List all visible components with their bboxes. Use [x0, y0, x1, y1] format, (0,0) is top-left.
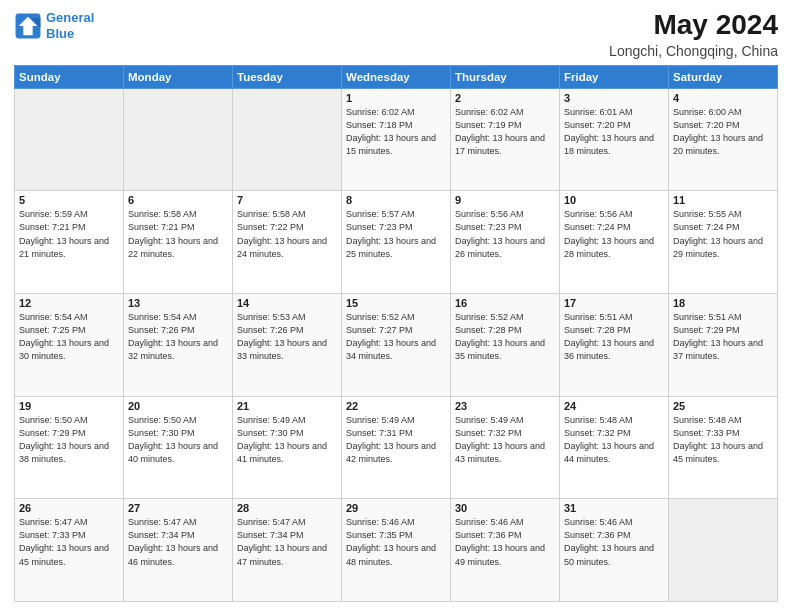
calendar-cell: 11Sunrise: 5:55 AM Sunset: 7:24 PM Dayli… [669, 191, 778, 294]
day-info: Sunrise: 5:50 AM Sunset: 7:29 PM Dayligh… [19, 414, 119, 466]
calendar-cell: 10Sunrise: 5:56 AM Sunset: 7:24 PM Dayli… [560, 191, 669, 294]
day-number: 21 [237, 400, 337, 412]
calendar-cell: 28Sunrise: 5:47 AM Sunset: 7:34 PM Dayli… [233, 499, 342, 602]
calendar-cell: 22Sunrise: 5:49 AM Sunset: 7:31 PM Dayli… [342, 396, 451, 499]
day-info: Sunrise: 5:49 AM Sunset: 7:31 PM Dayligh… [346, 414, 446, 466]
calendar-cell: 24Sunrise: 5:48 AM Sunset: 7:32 PM Dayli… [560, 396, 669, 499]
day-info: Sunrise: 6:02 AM Sunset: 7:19 PM Dayligh… [455, 106, 555, 158]
day-number: 18 [673, 297, 773, 309]
calendar-cell [669, 499, 778, 602]
calendar-cell: 20Sunrise: 5:50 AM Sunset: 7:30 PM Dayli… [124, 396, 233, 499]
day-number: 8 [346, 194, 446, 206]
calendar-cell: 2Sunrise: 6:02 AM Sunset: 7:19 PM Daylig… [451, 88, 560, 191]
day-number: 23 [455, 400, 555, 412]
day-number: 29 [346, 502, 446, 514]
day-number: 31 [564, 502, 664, 514]
calendar-cell: 8Sunrise: 5:57 AM Sunset: 7:23 PM Daylig… [342, 191, 451, 294]
day-number: 1 [346, 92, 446, 104]
day-info: Sunrise: 5:55 AM Sunset: 7:24 PM Dayligh… [673, 208, 773, 260]
calendar-cell [124, 88, 233, 191]
day-info: Sunrise: 5:59 AM Sunset: 7:21 PM Dayligh… [19, 208, 119, 260]
calendar-cell: 5Sunrise: 5:59 AM Sunset: 7:21 PM Daylig… [15, 191, 124, 294]
day-header-wednesday: Wednesday [342, 65, 451, 88]
day-info: Sunrise: 5:54 AM Sunset: 7:26 PM Dayligh… [128, 311, 228, 363]
day-info: Sunrise: 5:53 AM Sunset: 7:26 PM Dayligh… [237, 311, 337, 363]
day-info: Sunrise: 5:47 AM Sunset: 7:33 PM Dayligh… [19, 516, 119, 568]
day-header-thursday: Thursday [451, 65, 560, 88]
day-header-sunday: Sunday [15, 65, 124, 88]
day-number: 27 [128, 502, 228, 514]
day-number: 25 [673, 400, 773, 412]
calendar-cell: 19Sunrise: 5:50 AM Sunset: 7:29 PM Dayli… [15, 396, 124, 499]
day-number: 24 [564, 400, 664, 412]
day-info: Sunrise: 5:54 AM Sunset: 7:25 PM Dayligh… [19, 311, 119, 363]
day-info: Sunrise: 5:57 AM Sunset: 7:23 PM Dayligh… [346, 208, 446, 260]
calendar-table: SundayMondayTuesdayWednesdayThursdayFrid… [14, 65, 778, 602]
page: General Blue May 2024 Longchi, Chongqing… [0, 0, 792, 612]
calendar-cell: 1Sunrise: 6:02 AM Sunset: 7:18 PM Daylig… [342, 88, 451, 191]
calendar-week-5: 26Sunrise: 5:47 AM Sunset: 7:33 PM Dayli… [15, 499, 778, 602]
calendar-cell: 7Sunrise: 5:58 AM Sunset: 7:22 PM Daylig… [233, 191, 342, 294]
day-number: 12 [19, 297, 119, 309]
day-info: Sunrise: 6:02 AM Sunset: 7:18 PM Dayligh… [346, 106, 446, 158]
calendar-cell: 6Sunrise: 5:58 AM Sunset: 7:21 PM Daylig… [124, 191, 233, 294]
day-number: 9 [455, 194, 555, 206]
day-info: Sunrise: 5:46 AM Sunset: 7:36 PM Dayligh… [455, 516, 555, 568]
calendar-cell: 21Sunrise: 5:49 AM Sunset: 7:30 PM Dayli… [233, 396, 342, 499]
day-info: Sunrise: 5:56 AM Sunset: 7:24 PM Dayligh… [564, 208, 664, 260]
day-info: Sunrise: 5:46 AM Sunset: 7:36 PM Dayligh… [564, 516, 664, 568]
day-info: Sunrise: 6:00 AM Sunset: 7:20 PM Dayligh… [673, 106, 773, 158]
day-info: Sunrise: 5:56 AM Sunset: 7:23 PM Dayligh… [455, 208, 555, 260]
calendar-cell: 16Sunrise: 5:52 AM Sunset: 7:28 PM Dayli… [451, 294, 560, 397]
calendar-cell [233, 88, 342, 191]
day-info: Sunrise: 5:51 AM Sunset: 7:28 PM Dayligh… [564, 311, 664, 363]
day-info: Sunrise: 5:50 AM Sunset: 7:30 PM Dayligh… [128, 414, 228, 466]
day-number: 30 [455, 502, 555, 514]
header: General Blue May 2024 Longchi, Chongqing… [14, 10, 778, 59]
day-number: 10 [564, 194, 664, 206]
day-info: Sunrise: 5:49 AM Sunset: 7:32 PM Dayligh… [455, 414, 555, 466]
calendar-cell: 14Sunrise: 5:53 AM Sunset: 7:26 PM Dayli… [233, 294, 342, 397]
calendar-cell [15, 88, 124, 191]
day-info: Sunrise: 6:01 AM Sunset: 7:20 PM Dayligh… [564, 106, 664, 158]
day-info: Sunrise: 5:49 AM Sunset: 7:30 PM Dayligh… [237, 414, 337, 466]
main-title: May 2024 [609, 10, 778, 41]
day-number: 20 [128, 400, 228, 412]
day-info: Sunrise: 5:51 AM Sunset: 7:29 PM Dayligh… [673, 311, 773, 363]
day-info: Sunrise: 5:48 AM Sunset: 7:33 PM Dayligh… [673, 414, 773, 466]
calendar-cell: 18Sunrise: 5:51 AM Sunset: 7:29 PM Dayli… [669, 294, 778, 397]
day-number: 26 [19, 502, 119, 514]
calendar-cell: 29Sunrise: 5:46 AM Sunset: 7:35 PM Dayli… [342, 499, 451, 602]
calendar-cell: 17Sunrise: 5:51 AM Sunset: 7:28 PM Dayli… [560, 294, 669, 397]
day-number: 4 [673, 92, 773, 104]
day-number: 11 [673, 194, 773, 206]
calendar-week-2: 5Sunrise: 5:59 AM Sunset: 7:21 PM Daylig… [15, 191, 778, 294]
title-area: May 2024 Longchi, Chongqing, China [609, 10, 778, 59]
calendar-cell: 31Sunrise: 5:46 AM Sunset: 7:36 PM Dayli… [560, 499, 669, 602]
day-info: Sunrise: 5:52 AM Sunset: 7:27 PM Dayligh… [346, 311, 446, 363]
day-number: 28 [237, 502, 337, 514]
calendar-cell: 12Sunrise: 5:54 AM Sunset: 7:25 PM Dayli… [15, 294, 124, 397]
day-info: Sunrise: 5:58 AM Sunset: 7:22 PM Dayligh… [237, 208, 337, 260]
day-header-saturday: Saturday [669, 65, 778, 88]
day-number: 5 [19, 194, 119, 206]
day-number: 13 [128, 297, 228, 309]
day-info: Sunrise: 5:47 AM Sunset: 7:34 PM Dayligh… [237, 516, 337, 568]
day-header-friday: Friday [560, 65, 669, 88]
day-number: 19 [19, 400, 119, 412]
calendar-cell: 25Sunrise: 5:48 AM Sunset: 7:33 PM Dayli… [669, 396, 778, 499]
calendar-cell: 9Sunrise: 5:56 AM Sunset: 7:23 PM Daylig… [451, 191, 560, 294]
calendar-cell: 3Sunrise: 6:01 AM Sunset: 7:20 PM Daylig… [560, 88, 669, 191]
calendar-cell: 4Sunrise: 6:00 AM Sunset: 7:20 PM Daylig… [669, 88, 778, 191]
logo-line2: Blue [46, 26, 74, 41]
calendar-cell: 27Sunrise: 5:47 AM Sunset: 7:34 PM Dayli… [124, 499, 233, 602]
calendar-week-1: 1Sunrise: 6:02 AM Sunset: 7:18 PM Daylig… [15, 88, 778, 191]
logo-line1: General [46, 10, 94, 25]
day-number: 14 [237, 297, 337, 309]
day-number: 6 [128, 194, 228, 206]
calendar-cell: 15Sunrise: 5:52 AM Sunset: 7:27 PM Dayli… [342, 294, 451, 397]
subtitle: Longchi, Chongqing, China [609, 43, 778, 59]
day-number: 17 [564, 297, 664, 309]
day-number: 22 [346, 400, 446, 412]
day-info: Sunrise: 5:47 AM Sunset: 7:34 PM Dayligh… [128, 516, 228, 568]
